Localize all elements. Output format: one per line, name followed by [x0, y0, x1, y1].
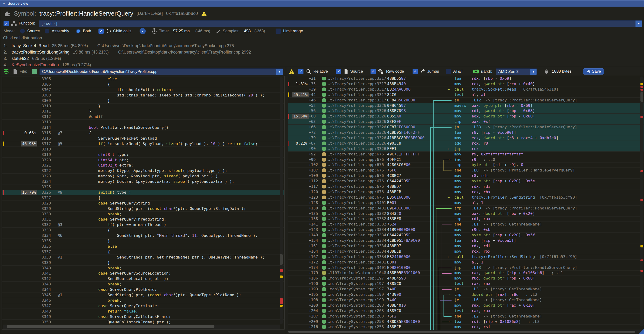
scrollbar-thumb[interactable]: [640, 92, 643, 102]
att-checkbox[interactable]: [446, 69, 451, 74]
asm-row[interactable]: +161…t\TracyProfiler.cpp:3334488BD7movrd…: [288, 243, 644, 249]
asm-row[interactable]: 0.22%+87…t\TracyProfiler.cpp:33264903C8a…: [288, 141, 644, 146]
source-line[interactable]: 3311}: [2, 109, 284, 114]
source-line[interactable]: 3339 }: [2, 260, 284, 266]
asm-location[interactable]: …t\TracyProfiler.cpp:3326: [328, 135, 386, 141]
source-line[interactable]: 3337 {: [2, 249, 284, 255]
raw-code-label[interactable]: Raw code: [386, 68, 404, 75]
asm-location[interactable]: …t\TracyProfiler.cpp:3401: [328, 260, 386, 265]
source-line[interactable]: 3333 {: [2, 228, 284, 233]
asm-location[interactable]: …mon\TracySystem.cpp:258: [328, 324, 386, 330]
source-line[interactable]: 3316 ServerQueryPacket payload;: [2, 136, 284, 141]
asm-location[interactable]: …1103\include\atomic:1048: [328, 270, 386, 276]
asm-row[interactable]: +190…mon\TracySystem.cpp:1974885C0testra…: [288, 281, 644, 287]
window-titlebar[interactable]: ▼ Source view: [0, 0, 644, 6]
source-line[interactable]: 3329 SendString( ptr, (const char*)ptr, …: [2, 206, 284, 212]
asm-row[interactable]: 15.50%+60…t\TracyProfiler.cpp:33268B55A0…: [288, 114, 644, 119]
asm-location[interactable]: …t\TracyProfiler.cpp:3401: [328, 206, 386, 211]
function-checkbox[interactable]: ✓: [4, 21, 9, 26]
asm-location[interactable]: …t\TracyProfiler.cpp:3326: [328, 119, 386, 124]
asm-row[interactable]: +179…1103\include\atomic:1048488B05B63C1…: [288, 270, 644, 276]
collapse-icon[interactable]: ▼: [2, 2, 6, 5]
asm-row[interactable]: +198…mon\TracySystem.cpp:199744Cje.L6 ->…: [288, 298, 644, 303]
asm-row[interactable]: +172…t\TracyProfiler.cpp:3401B001moval, …: [288, 260, 644, 265]
asm-row[interactable]: +135…t\TracyProfiler.cpp:33328B4320movea…: [288, 211, 644, 216]
asm-row[interactable]: +46…t\TracyProfiler.cpp:33170F8435020000…: [288, 98, 644, 103]
assembly-horizontal-scrollbar[interactable]: [288, 330, 642, 333]
chevron-down-icon[interactable]: ▼: [276, 69, 283, 75]
source-line[interactable]: 3321 uint32_t extra;: [2, 163, 284, 168]
function-combo[interactable]: [ - self - ] ▼: [39, 20, 642, 27]
asm-row[interactable]: 45.41%+44…t\TracyProfiler.cpp:331784C0te…: [288, 92, 644, 98]
asm-row[interactable]: +63…t\TracyProfiler.cpp:332683F80Fcmpeax…: [288, 119, 644, 125]
source-label[interactable]: Source: [350, 68, 363, 75]
asm-row[interactable]: 1.31%+35…t\TracyProfiler.cpp:3317488B494…: [288, 81, 644, 87]
asm-location[interactable]: …t\TracyProfiler.cpp:3334: [328, 254, 386, 259]
asm-location[interactable]: …mon\TracySystem.cpp:258: [328, 319, 386, 324]
source-line[interactable]: 3342 SendSourceLocation( ptr );: [2, 276, 284, 282]
asm-row[interactable]: +186…mon\TracySystem.cpp:197448B4598movr…: [288, 276, 644, 281]
asm-location[interactable]: …t\TracyProfiler.cpp:3317: [328, 81, 386, 87]
asm-row[interactable]: +167…t\TracyProfiler.cpp:3334E824160000←…: [288, 254, 644, 260]
source-line[interactable]: 3347 case ServerQueryTerminate:: [2, 303, 284, 309]
asm-location[interactable]: …t\TracyProfiler.cpp:3317: [328, 76, 386, 81]
radio-both[interactable]: [76, 29, 80, 33]
source-line[interactable]: 3332@3 if( ptr == m_mainThread ): [2, 222, 284, 228]
asm-location[interactable]: …t\TracyProfiler.cpp:3317: [328, 87, 386, 92]
source-line[interactable]: 3346 break;: [2, 298, 284, 303]
asm-location[interactable]: …t\TracyProfiler.cpp:3334: [328, 243, 386, 249]
asm-location[interactable]: …t\TracyProfiler.cpp:3326: [328, 146, 386, 152]
source-line[interactable]: 3336 else: [2, 244, 284, 249]
source-line[interactable]: 3319 uint8_t type;: [2, 152, 284, 158]
scrollbar-thumb[interactable]: [288, 331, 635, 333]
scrollbar-thumb[interactable]: [6, 325, 214, 328]
asm-location[interactable]: …t\TracyProfiler.cpp:3334: [328, 238, 386, 243]
source-line[interactable]: 3343 break;: [2, 282, 284, 287]
source-line[interactable]: 3334@6 SendString( ptr, "Main thread", 1…: [2, 233, 284, 238]
chevron-down-icon[interactable]: ▼: [636, 20, 642, 27]
asm-row[interactable]: +143…t\TracyProfiler.cpp:333441B90B00000…: [288, 227, 644, 233]
source-line[interactable]: 3322 memcpy( &type, &payload.type, sizeo…: [2, 168, 284, 173]
source-line[interactable]: 3313: [2, 120, 284, 125]
source-line[interactable]: 3327 {: [2, 195, 284, 201]
source-line[interactable]: 3335 }: [2, 238, 284, 244]
source-line[interactable]: 3309 }: [2, 98, 284, 104]
source-line[interactable]: 3330 break;: [2, 212, 284, 217]
asm-location[interactable]: …mon\TracySystem.cpp:203: [328, 308, 386, 314]
asm-location[interactable]: …t\TracyProfiler.cpp:3332: [328, 216, 386, 221]
asm-row[interactable]: +109…t\TracyProfiler.hpp:6764C8BC7movr8,…: [288, 173, 644, 178]
collapse-childcalls-button[interactable]: ▲: [140, 28, 146, 34]
asm-location[interactable]: …t\TracyProfiler.cpp:3326: [328, 108, 386, 114]
asm-location[interactable]: …mon\TracySystem.cpp:203: [328, 303, 386, 308]
asm-location[interactable]: …mon\TracySystem.cpp:197: [328, 281, 386, 286]
child-call-item[interactable]: 2.tracy::Profiler::SendLongString19.88 m…: [0, 49, 251, 55]
asm-location[interactable]: …t\TracyProfiler.cpp:3334: [328, 233, 386, 238]
source-horizontal-scrollbar[interactable]: [3, 325, 280, 329]
asm-row[interactable]: +39…t\TracyProfiler.cpp:3317E824AA0000←c…: [288, 87, 644, 92]
source-line[interactable]: 3305 else: [2, 76, 284, 82]
asm-row[interactable]: +216…mon\TracySystem.cpp:258488BCEmovrcx…: [288, 324, 644, 330]
asm-location[interactable]: …t\TracyProfiler.hpp:676: [328, 189, 386, 195]
asm-location[interactable]: …t\TracyProfiler.cpp:3332: [328, 222, 386, 227]
source-line[interactable]: 3338@1 SendString( ptr, GetThreadName( p…: [2, 255, 284, 260]
asm-location[interactable]: …t\TracyProfiler.cpp:3334: [328, 227, 386, 232]
source-line[interactable]: 3306 {: [2, 82, 284, 87]
asm-location[interactable]: …t\TracyProfiler.cpp:3334: [328, 249, 386, 254]
asm-row[interactable]: +204…mon\TracySystem.cpp:2034885C0testra…: [288, 308, 644, 314]
asm-location[interactable]: …t\TracyProfiler.hpp:676: [328, 173, 386, 178]
child-call-name[interactable]: KeSynchronizeExecution: [12, 62, 59, 66]
asm-location[interactable]: …mon\TracySystem.cpp:203: [328, 314, 386, 319]
jumps-label[interactable]: Jumps: [427, 68, 439, 75]
asm-location[interactable]: …t\TracyProfiler.cpp:3401: [328, 200, 386, 205]
radio-assembly[interactable]: [45, 29, 49, 33]
asm-row[interactable]: +92…t\TracyProfiler.hpp:67649C7C1FFFFFFF…: [288, 152, 644, 157]
save-button[interactable]: Save: [583, 68, 604, 75]
pane-divider[interactable]: [286, 67, 286, 334]
child-calls-checkbox[interactable]: ✓: [98, 28, 104, 34]
radio-both-label[interactable]: Both: [83, 28, 91, 35]
asm-row[interactable]: +99…t\TracyProfiler.hpp:67649FFC1→incr9 …: [288, 157, 644, 163]
chevron-down-icon[interactable]: ▼: [530, 69, 536, 75]
asm-location[interactable]: …mon\TracySystem.cpp:199: [328, 292, 386, 297]
asm-location[interactable]: …mon\TracySystem.cpp:197: [328, 287, 386, 292]
source-line[interactable]: 3345@1 SendString( ptr, (const char*)ptr…: [2, 293, 284, 298]
